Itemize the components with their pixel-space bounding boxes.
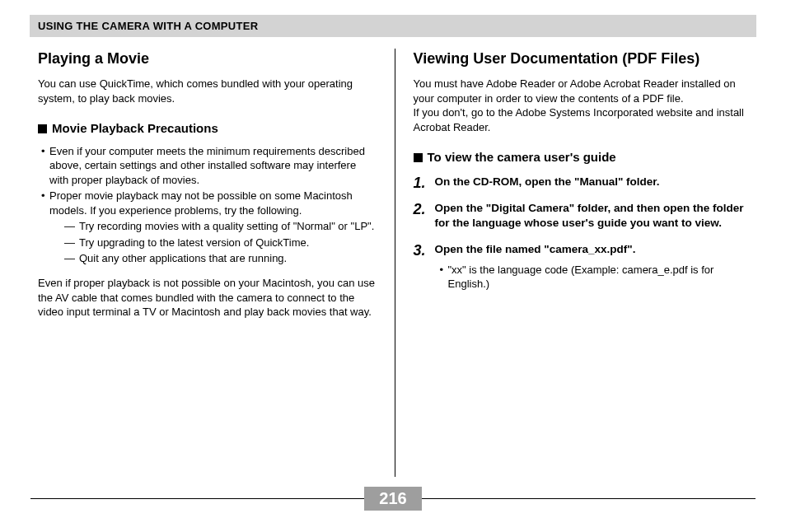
step-item: 3. Open the file named "camera_xx.pdf". …	[414, 242, 752, 291]
step-text: Open the file named "camera_xx.pdf".	[435, 243, 636, 255]
precaution-list: Even if your computer meets the minimum …	[38, 144, 377, 266]
section-header-bar: USING THE CAMERA WITH A COMPUTER	[30, 15, 756, 37]
left-column: Playing a Movie You can use QuickTime, w…	[30, 49, 395, 477]
step-text: On the CD-ROM, open the "Manual" folder.	[435, 175, 660, 188]
troubleshoot-item: Try recording movies with a quality sett…	[64, 219, 377, 234]
precaution-item: Even if your computer meets the minimum …	[41, 144, 377, 188]
troubleshoot-item: Try upgrading to the latest version of Q…	[64, 236, 377, 250]
footer-rule-left	[30, 498, 364, 499]
step-item: 2. Open the "Digital Camera" folder, and…	[414, 201, 752, 231]
left-intro: You can use QuickTime, which comes bundl…	[38, 77, 377, 105]
right-subheading-text: To view the camera user's guide	[428, 149, 616, 166]
step-note-list: "xx" is the language code (Example: came…	[435, 263, 752, 292]
page-footer: 216	[30, 487, 756, 511]
page-number: 216	[364, 487, 421, 511]
step-number: 1.	[414, 173, 426, 193]
step-number: 3.	[414, 240, 426, 260]
square-bullet-icon	[38, 124, 47, 133]
step-item: 1. On the CD-ROM, open the "Manual" fold…	[414, 175, 752, 189]
right-intro-2: If you don't, go to the Adobe Systems In…	[414, 105, 752, 134]
left-subheading-text: Movie Playback Precautions	[52, 120, 218, 137]
step-text: Open the "Digital Camera" folder, and th…	[435, 202, 744, 229]
steps-list: 1. On the CD-ROM, open the "Manual" fold…	[414, 175, 752, 292]
square-bullet-icon	[414, 153, 423, 162]
left-closing: Even if proper playback is not possible …	[38, 276, 377, 320]
right-intro-1: You must have Adobe Reader or Adobe Acro…	[414, 77, 752, 105]
right-title: Viewing User Documentation (PDF Files)	[414, 49, 752, 68]
left-subheading: Movie Playback Precautions	[38, 120, 377, 137]
step-note: "xx" is the language code (Example: came…	[440, 263, 752, 292]
step-number: 2.	[414, 199, 426, 219]
troubleshoot-list: Try recording movies with a quality sett…	[49, 219, 377, 266]
left-title: Playing a Movie	[38, 49, 377, 68]
footer-rule-right	[422, 498, 756, 499]
right-subheading: To view the camera user's guide	[414, 149, 752, 166]
troubleshoot-item: Quit any other applications that are run…	[64, 251, 377, 266]
right-column: Viewing User Documentation (PDF Files) Y…	[395, 49, 757, 477]
precaution-item-text: Proper movie playback may not be possibl…	[49, 189, 353, 217]
precaution-item: Proper movie playback may not be possibl…	[41, 189, 377, 266]
content-columns: Playing a Movie You can use QuickTime, w…	[30, 49, 756, 477]
